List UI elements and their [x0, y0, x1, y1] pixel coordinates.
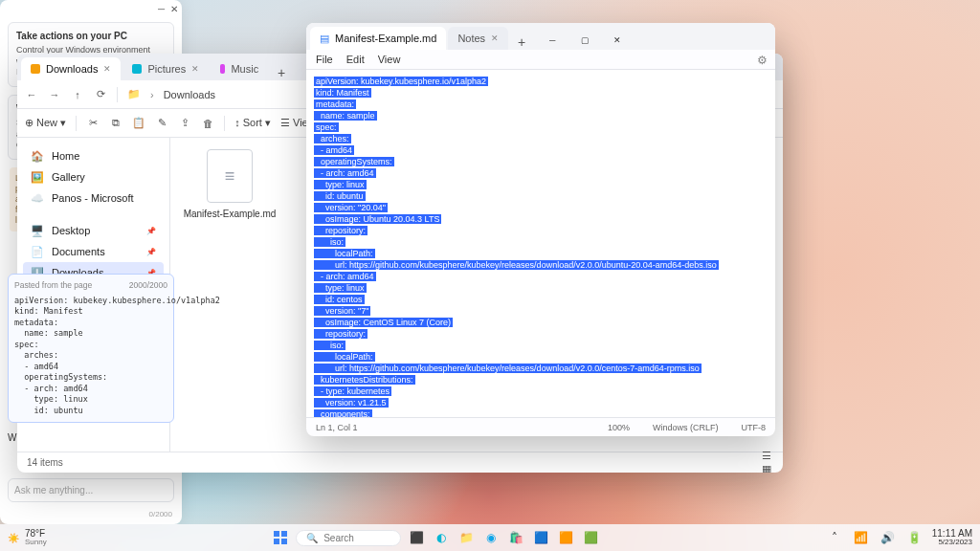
close-button[interactable]: ✕ [170, 4, 178, 14]
gear-icon[interactable]: ⚙ [757, 54, 768, 67]
weather-icon: ☀️ [8, 533, 19, 543]
encoding: UTF-8 [742, 423, 767, 432]
sort-button[interactable]: ↕ Sort ▾ [234, 117, 271, 129]
volume-icon[interactable]: 🔊 [879, 528, 898, 547]
maximize-button[interactable]: ▢ [569, 31, 600, 50]
nav-label: Panos - Microsoft [52, 192, 134, 204]
file-item[interactable]: ≡Manifest-Example.md [182, 149, 278, 219]
editor-status-bar: Ln 1, Col 1 100% Windows (CRLF) UTF-8 [306, 417, 775, 436]
delete-icon[interactable]: 🗑 [201, 117, 214, 130]
svg-rect-2 [274, 539, 279, 544]
close-icon[interactable]: ✕ [103, 64, 111, 74]
rename-icon[interactable]: ✎ [155, 117, 168, 130]
pin-icon: 📌 [146, 248, 156, 256]
wifi-icon[interactable]: 📶 [852, 528, 871, 547]
zoom-level: 100% [608, 423, 630, 432]
nav-icon: 🏠 [31, 149, 44, 163]
menu-view[interactable]: View [378, 54, 401, 65]
copilot-ask-input[interactable]: Ask me anything... [8, 478, 174, 502]
start-button[interactable] [271, 528, 290, 547]
menu-file[interactable]: File [316, 54, 333, 65]
app-icon[interactable]: 🟧 [556, 528, 575, 547]
new-button[interactable]: ⊕ New ▾ [25, 117, 66, 129]
nav-icon: ☁️ [31, 191, 44, 205]
share-icon[interactable]: ⇪ [178, 117, 191, 130]
editor-tab-notes[interactable]: Notes ✕ [448, 27, 508, 50]
svg-rect-1 [281, 531, 287, 537]
paste-content: apiVersion: kubekey.kubesphere.io/v1alph… [14, 296, 167, 416]
nav-item[interactable]: 🖥️Desktop📌 [23, 220, 164, 241]
close-icon[interactable]: ✕ [191, 64, 199, 74]
nav-label: Desktop [52, 225, 90, 236]
taskbar-clock[interactable]: 11:11 AM 5/23/2023 [932, 529, 972, 546]
item-count: 14 items [27, 457, 63, 468]
details-view-icon[interactable]: ☰ [760, 450, 773, 463]
paste-icon[interactable]: 📋 [132, 117, 145, 130]
pin-icon: 📌 [146, 227, 156, 235]
tab-label: Music [231, 63, 258, 75]
nav-label: Home [52, 150, 79, 162]
copy-icon[interactable]: ⧉ [109, 117, 122, 130]
date: 5/23/2023 [938, 539, 972, 546]
svg-rect-3 [281, 539, 287, 544]
task-view-icon[interactable]: ⬛ [407, 528, 426, 547]
file-icon: ≡ [207, 149, 253, 203]
file-icon: ▤ [320, 33, 329, 45]
nav-label: Gallery [52, 171, 85, 183]
menu-edit[interactable]: Edit [346, 54, 365, 65]
editor-menu-bar: File Edit View [306, 50, 775, 70]
store-icon[interactable]: 🛍️ [506, 528, 525, 547]
editor-tab-manifest[interactable]: ▤ Manifest-Example.md [310, 27, 446, 50]
edge-icon[interactable]: ◉ [481, 528, 501, 547]
copilot-pasted-block: Pasted from the page 2000/2000 apiVersio… [8, 274, 174, 423]
close-icon[interactable]: ✕ [491, 33, 499, 43]
app-icon[interactable]: 🟦 [531, 528, 550, 547]
cut-icon[interactable]: ✂ [86, 117, 100, 130]
up-icon[interactable]: ↑ [71, 88, 84, 101]
taskbar-weather[interactable]: ☀️ 78°F Sunny [8, 529, 47, 546]
tiles-view-icon[interactable]: ▦ [760, 463, 773, 474]
explorer-tab-music[interactable]: Music [211, 57, 268, 80]
search-icon: 🔍 [306, 533, 318, 543]
tab-label: Notes [457, 33, 485, 44]
folder-icon [220, 64, 225, 74]
nav-item[interactable]: 📄Documents📌 [23, 241, 164, 262]
editor-text-area[interactable]: apiVersion: kubekey.kubesphere.io/v1alph… [306, 70, 775, 417]
minimize-button[interactable]: ─ [537, 31, 568, 50]
folder-icon: 📁 [127, 88, 141, 101]
refresh-icon[interactable]: ⟳ [94, 88, 107, 101]
back-icon[interactable]: ← [25, 88, 38, 101]
minimize-button[interactable]: ─ [158, 4, 165, 14]
nav-icon: 📄 [31, 245, 44, 258]
nav-item[interactable]: 🏠Home [23, 145, 164, 166]
nav-item[interactable]: 🖼️Gallery [23, 166, 164, 187]
nav-label: Documents [52, 246, 105, 257]
taskbar-search[interactable]: 🔍 Search [296, 530, 401, 546]
paste-label: Pasted from the page [14, 280, 92, 291]
file-name: Manifest-Example.md [184, 209, 277, 219]
taskbar: ☀️ 78°F Sunny 🔍 Search ⬛ ◐ 📁 ◉ 🛍️ 🟦 🟧 🟩 … [0, 524, 980, 551]
folder-icon [31, 64, 40, 74]
editor-tab-strip: ▤ Manifest-Example.md Notes ✕ + ─ ▢ ✕ [306, 23, 775, 50]
explorer-tab-pictures[interactable]: Pictures ✕ [122, 57, 209, 80]
explorer-status-bar: 14 items ☰ ▦ [17, 452, 783, 473]
breadcrumb[interactable]: Downloads [164, 89, 215, 100]
cursor-position: Ln 1, Col 1 [316, 423, 358, 432]
copilot-char-count: 0/2000 [10, 510, 172, 518]
close-button[interactable]: ✕ [602, 31, 633, 50]
svg-rect-0 [274, 531, 279, 537]
explorer-icon[interactable]: 📁 [457, 528, 476, 547]
new-tab-button[interactable]: + [270, 65, 293, 80]
chevron-up-icon[interactable]: ˄ [825, 528, 844, 547]
battery-icon[interactable]: 🔋 [905, 528, 924, 547]
line-ending: Windows (CRLF) [653, 423, 719, 432]
card-title: Take actions on your PC [16, 31, 166, 41]
explorer-tab-downloads[interactable]: Downloads ✕ [21, 57, 121, 80]
forward-icon[interactable]: → [48, 88, 61, 101]
copilot-icon[interactable]: ◐ [432, 528, 451, 547]
new-tab-button[interactable]: + [510, 34, 533, 50]
weather-cond: Sunny [25, 539, 47, 546]
folder-icon [132, 64, 142, 74]
nav-item[interactable]: ☁️Panos - Microsoft [23, 187, 164, 209]
app-icon[interactable]: 🟩 [581, 528, 600, 547]
